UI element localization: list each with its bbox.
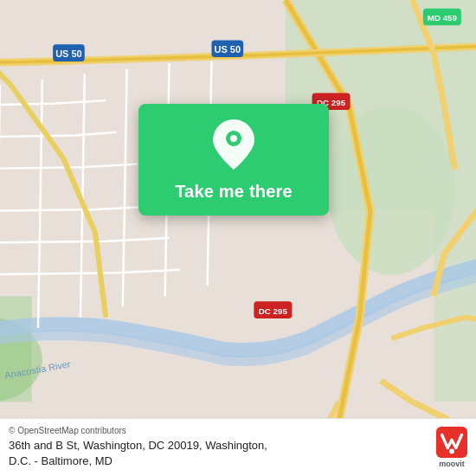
address-text: 36th and B St, Washington, DC 20019, Was… xyxy=(9,438,428,469)
moovit-logo: moovit xyxy=(436,427,467,468)
osm-copyright: © OpenStreetMap contributors xyxy=(9,426,126,435)
bottom-left-info: © OpenStreetMap contributors 36th and B … xyxy=(9,426,428,469)
svg-text:DC 295: DC 295 xyxy=(259,306,288,316)
svg-point-31 xyxy=(230,135,237,142)
moovit-icon xyxy=(436,427,467,458)
svg-text:MD 459: MD 459 xyxy=(428,13,458,23)
map-background: Anacostia River xyxy=(0,0,476,476)
svg-point-33 xyxy=(449,448,454,453)
map-container: Anacostia River xyxy=(0,0,476,476)
svg-text:US 50: US 50 xyxy=(55,48,82,59)
address-line2: D.C. - Baltimore, MD xyxy=(9,454,113,467)
address-line1: 36th and B St, Washington, DC 20019, Was… xyxy=(9,439,267,452)
moovit-label: moovit xyxy=(439,460,465,468)
take-me-there-card[interactable]: Take me there xyxy=(138,104,329,215)
take-me-there-button-label: Take me there xyxy=(175,182,293,202)
pin-icon xyxy=(213,119,254,173)
osm-attribution: © OpenStreetMap contributors xyxy=(9,426,428,435)
bottom-bar: © OpenStreetMap contributors 36th and B … xyxy=(0,418,476,476)
svg-text:US 50: US 50 xyxy=(214,44,241,55)
